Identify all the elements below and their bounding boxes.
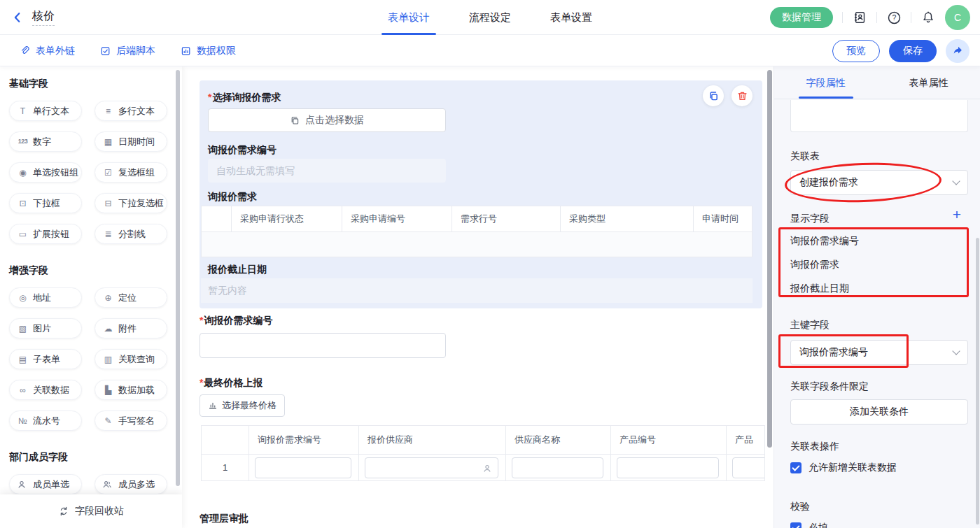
column-header: 采购类型	[561, 206, 694, 231]
field-item-linked-data[interactable]: ∞关联数据	[9, 380, 82, 400]
chevron-left-icon	[11, 11, 24, 24]
field-recycle-bin[interactable]: 字段回收站	[0, 494, 182, 528]
panel-scrollbar[interactable]	[976, 238, 979, 525]
section-title-enhanced-fields: 增强字段	[9, 264, 167, 277]
tab-form-setting[interactable]: 表单设置	[550, 0, 592, 35]
address-book-icon[interactable]	[852, 10, 867, 25]
copy-field-button[interactable]	[703, 85, 724, 106]
select-final-price-button[interactable]: 选择最终价格	[200, 394, 285, 417]
properties-panel: 字段属性 表单属性 关联表 创建报价需求 显示字段 + 询报价需求编号 询报价需…	[774, 66, 980, 528]
form-canvas: *选择询报价需求 点击选择数据 询报价需求编号	[182, 66, 774, 528]
product-code-cell-input[interactable]	[617, 457, 719, 478]
display-field-item[interactable]: 询报价需求编号	[790, 235, 859, 248]
supplier-name-cell-input[interactable]	[512, 457, 603, 478]
main-tabs: 表单设计 流程设定 表单设置	[388, 0, 592, 35]
share-button[interactable]	[946, 39, 969, 63]
divider	[842, 12, 843, 23]
field-item-checkbox-group[interactable]: ☑复选框组	[94, 162, 167, 183]
recycle-icon	[58, 506, 69, 517]
allow-add-checkbox-row[interactable]: 允许新增关联表数据	[790, 462, 897, 474]
required-checkbox-row[interactable]: 必填	[790, 522, 828, 528]
chevron-down-icon	[952, 177, 960, 185]
table-select-column	[202, 206, 232, 231]
checkbox-group-icon: ☑	[102, 169, 114, 177]
field-item-attachment[interactable]: ☁附件	[94, 318, 167, 338]
back-button[interactable]	[10, 10, 25, 25]
field-item-linked-query[interactable]: ▥关联查询	[94, 349, 167, 369]
field-item-signature[interactable]: ✎手写签名	[94, 411, 167, 431]
field-item-data-load[interactable]: ▙数据加载	[94, 380, 167, 400]
field-item-subform[interactable]: ▤子表单	[9, 349, 82, 369]
product-cell-input[interactable]	[732, 457, 765, 478]
attachment-icon: ☁	[102, 324, 114, 333]
avatar[interactable]: C	[945, 5, 970, 30]
share-arrow-icon	[952, 45, 964, 57]
primary-key-select[interactable]: 询报价需求编号	[790, 340, 968, 365]
notification-bell-icon[interactable]	[920, 10, 936, 25]
field-name-input[interactable]	[790, 100, 968, 132]
delete-field-button[interactable]	[732, 85, 752, 106]
column-header: 采购申请行状态	[232, 206, 342, 231]
subform-icon: ▤	[17, 355, 29, 364]
demand-code-input[interactable]	[200, 333, 446, 358]
field-item-multi-select[interactable]: ⊟下拉复选框	[94, 193, 167, 213]
preview-button[interactable]: 预览	[832, 40, 880, 62]
field-item-serial-number[interactable]: №流水号	[9, 411, 82, 431]
validation-label: 校验	[790, 501, 810, 513]
canvas-scrollbar[interactable]	[767, 70, 772, 448]
data-load-icon: ▙	[102, 386, 114, 394]
condition-label: 关联字段条件限定	[790, 380, 869, 393]
field-item-select[interactable]: ⊡下拉框	[9, 193, 82, 213]
field-item-extend-button[interactable]: ▭扩展按钮	[9, 224, 82, 244]
demand-code-cell-input[interactable]	[255, 457, 351, 478]
selected-field-block-linked-data[interactable]: *选择询报价需求 点击选择数据 询报价需求编号	[200, 80, 762, 308]
tab-flow-setting[interactable]: 流程设定	[469, 0, 511, 35]
checkbox-checked-icon[interactable]	[790, 462, 802, 473]
radio-group-icon: ◉	[17, 169, 29, 177]
member-multi-icon	[102, 480, 114, 490]
field-item-member-single[interactable]: 成员单选	[9, 474, 82, 494]
pick-data-button[interactable]: 点击选择数据	[208, 108, 446, 132]
display-field-item[interactable]: 报价截止日期	[790, 283, 849, 295]
data-permission-button[interactable]: 数据权限	[181, 45, 236, 57]
tab-form-properties[interactable]: 表单属性	[877, 66, 980, 99]
add-condition-button[interactable]: 添加关联条件	[790, 399, 968, 424]
auto-code-input: 自动生成无需填写	[208, 159, 446, 183]
tab-form-design[interactable]: 表单设计	[388, 0, 430, 35]
field-item-divider[interactable]: ≣分割线	[94, 224, 167, 244]
field-item-member-multi[interactable]: 成员多选	[94, 474, 167, 494]
field-item-single-line-text[interactable]: T单行文本	[9, 101, 82, 121]
add-display-field-button[interactable]: +	[949, 207, 965, 222]
extend-button-icon: ▭	[17, 230, 29, 238]
copy-icon	[708, 90, 720, 102]
backend-script-button[interactable]: 后端脚本	[100, 45, 155, 57]
form-external-link-button[interactable]: 表单外链	[20, 45, 75, 57]
supplier-cell-input[interactable]	[365, 457, 498, 478]
field-label: *选择询报价需求	[208, 92, 281, 104]
datetime-icon: ▦	[102, 138, 114, 146]
save-button[interactable]: 保存	[889, 40, 937, 62]
secondary-toolbar: 表单外链 后端脚本 数据权限 预览 保存	[0, 35, 980, 66]
chevron-down-icon	[952, 347, 960, 355]
data-manage-button[interactable]: 数据管理	[770, 7, 833, 28]
related-table-select[interactable]: 创建报价需求	[790, 170, 968, 195]
column-header: 报价供应商	[359, 426, 506, 454]
field-item-datetime[interactable]: ▦日期时间	[94, 131, 167, 152]
field-item-address[interactable]: ◎地址	[9, 287, 82, 308]
column-header: 产品编号	[611, 426, 727, 454]
tab-field-properties[interactable]: 字段属性	[774, 66, 877, 99]
divider-icon: ≣	[102, 230, 114, 238]
field-label: 管理层审批	[200, 513, 248, 525]
field-item-number[interactable]: 123数字	[9, 131, 82, 152]
checkbox-checked-icon[interactable]	[790, 522, 802, 528]
sidebar-scrollbar[interactable]	[176, 70, 180, 486]
field-item-radio-group[interactable]: ◉单选按钮组	[9, 162, 82, 183]
page-title[interactable]: 核价	[32, 10, 55, 26]
table-ops-label: 关联表操作	[790, 441, 839, 453]
field-item-location[interactable]: ⊕定位	[94, 287, 167, 308]
field-item-multi-line-text[interactable]: ≡多行文本	[94, 101, 167, 121]
display-field-item[interactable]: 询报价需求	[790, 259, 839, 271]
field-item-image[interactable]: ▧图片	[9, 318, 82, 338]
single-line-text-icon: T	[17, 107, 29, 115]
help-icon[interactable]: ?	[886, 10, 902, 25]
